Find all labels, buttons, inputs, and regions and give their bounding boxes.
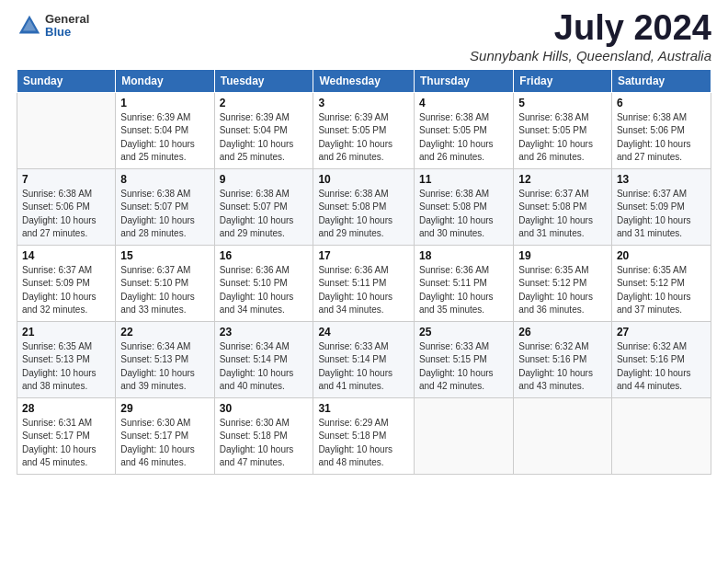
daylight-text: Daylight: 10 hours (318, 291, 409, 304)
daylight-text: Daylight: 10 hours (220, 138, 309, 152)
day-info: Sunrise: 6:31 AMSunset: 5:17 PMDaylight:… (22, 417, 110, 470)
sunset-text: Sunset: 5:07 PM (220, 201, 309, 214)
sunset-text: Sunset: 5:06 PM (617, 124, 706, 138)
daylight-text-2: and 26 minutes. (419, 151, 508, 165)
day-info: Sunrise: 6:30 AMSunset: 5:18 PMDaylight:… (220, 417, 309, 470)
calendar-cell: 8Sunrise: 6:38 AMSunset: 5:07 PMDaylight… (116, 168, 214, 245)
sunrise-text: Sunrise: 6:38 AM (518, 111, 607, 125)
week-row-3: 14Sunrise: 6:37 AMSunset: 5:09 PMDayligh… (17, 245, 711, 321)
week-row-4: 21Sunrise: 6:35 AMSunset: 5:13 PMDayligh… (17, 321, 711, 397)
calendar-cell: 13Sunrise: 6:37 AMSunset: 5:09 PMDayligh… (611, 168, 711, 245)
calendar-cell: 5Sunrise: 6:38 AMSunset: 5:05 PMDaylight… (514, 92, 612, 168)
daylight-text-2: and 31 minutes. (518, 227, 607, 241)
daylight-text: Daylight: 10 hours (518, 291, 607, 304)
daylight-text-2: and 44 minutes. (617, 380, 706, 394)
sunset-text: Sunset: 5:18 PM (220, 430, 309, 443)
day-number: 7 (22, 173, 110, 186)
calendar-cell: 12Sunrise: 6:37 AMSunset: 5:08 PMDayligh… (514, 168, 612, 245)
day-info: Sunrise: 6:38 AMSunset: 5:06 PMDaylight:… (22, 188, 110, 241)
calendar-cell (611, 397, 711, 474)
day-header-tuesday: Tuesday (214, 69, 313, 92)
daylight-text: Daylight: 10 hours (518, 214, 607, 228)
daylight-text: Daylight: 10 hours (318, 214, 409, 228)
daylight-text-2: and 42 minutes. (419, 380, 508, 394)
sunset-text: Sunset: 5:11 PM (419, 277, 508, 291)
daylight-text: Daylight: 10 hours (617, 367, 706, 381)
sunrise-text: Sunrise: 6:38 AM (120, 188, 209, 201)
daylight-text-2: and 30 minutes. (419, 227, 508, 241)
day-header-thursday: Thursday (414, 69, 513, 92)
main-title: July 2024 (470, 9, 711, 48)
day-info: Sunrise: 6:39 AMSunset: 5:04 PMDaylight:… (120, 111, 209, 165)
sunset-text: Sunset: 5:13 PM (22, 353, 110, 367)
day-info: Sunrise: 6:30 AMSunset: 5:17 PMDaylight:… (120, 417, 209, 470)
daylight-text: Daylight: 10 hours (318, 367, 409, 381)
day-number: 1 (120, 97, 209, 109)
day-info: Sunrise: 6:37 AMSunset: 5:09 PMDaylight:… (617, 188, 706, 241)
calendar-cell: 31Sunrise: 6:29 AMSunset: 5:18 PMDayligh… (313, 397, 415, 474)
day-number: 25 (419, 326, 508, 339)
calendar-cell: 3Sunrise: 6:39 AMSunset: 5:05 PMDaylight… (313, 92, 415, 168)
calendar-cell: 17Sunrise: 6:36 AMSunset: 5:11 PMDayligh… (313, 245, 415, 321)
sunrise-text: Sunrise: 6:37 AM (617, 188, 706, 201)
sunrise-text: Sunrise: 6:30 AM (120, 417, 209, 431)
daylight-text: Daylight: 10 hours (120, 367, 209, 381)
sunset-text: Sunset: 5:15 PM (419, 353, 508, 367)
day-info: Sunrise: 6:39 AMSunset: 5:04 PMDaylight:… (220, 111, 309, 165)
daylight-text: Daylight: 10 hours (120, 214, 209, 228)
day-info: Sunrise: 6:34 AMSunset: 5:14 PMDaylight:… (220, 340, 309, 394)
calendar-cell: 22Sunrise: 6:34 AMSunset: 5:13 PMDayligh… (116, 321, 214, 397)
daylight-text: Daylight: 10 hours (419, 138, 508, 152)
daylight-text-2: and 39 minutes. (120, 380, 209, 394)
day-number: 22 (120, 326, 209, 339)
day-number: 24 (318, 326, 409, 339)
week-row-1: 1Sunrise: 6:39 AMSunset: 5:04 PMDaylight… (17, 92, 711, 168)
calendar-cell: 15Sunrise: 6:37 AMSunset: 5:10 PMDayligh… (116, 245, 214, 321)
daylight-text: Daylight: 10 hours (120, 291, 209, 304)
sunset-text: Sunset: 5:13 PM (120, 353, 209, 367)
daylight-text-2: and 40 minutes. (220, 380, 309, 394)
calendar-cell (17, 92, 116, 168)
sunrise-text: Sunrise: 6:30 AM (220, 417, 309, 431)
sunset-text: Sunset: 5:10 PM (120, 277, 209, 291)
header: General Blue July 2024 Sunnybank Hills, … (17, 9, 711, 63)
subtitle: Sunnybank Hills, Queensland, Australia (470, 48, 711, 63)
sunset-text: Sunset: 5:07 PM (120, 201, 209, 214)
day-number: 14 (22, 249, 110, 262)
daylight-text-2: and 41 minutes. (318, 380, 409, 394)
title-block: July 2024 Sunnybank Hills, Queensland, A… (470, 9, 711, 63)
calendar-cell: 26Sunrise: 6:32 AMSunset: 5:16 PMDayligh… (514, 321, 612, 397)
calendar-cell: 19Sunrise: 6:35 AMSunset: 5:12 PMDayligh… (514, 245, 612, 321)
daylight-text: Daylight: 10 hours (220, 367, 309, 381)
calendar-cell: 2Sunrise: 6:39 AMSunset: 5:04 PMDaylight… (214, 92, 313, 168)
sunset-text: Sunset: 5:08 PM (318, 201, 409, 214)
calendar-header: SundayMondayTuesdayWednesdayThursdayFrid… (17, 69, 711, 92)
day-header-sunday: Sunday (17, 69, 116, 92)
sunrise-text: Sunrise: 6:34 AM (220, 340, 309, 354)
day-number: 23 (220, 326, 309, 339)
day-info: Sunrise: 6:38 AMSunset: 5:07 PMDaylight:… (120, 188, 209, 241)
daylight-text: Daylight: 10 hours (22, 291, 110, 304)
daylight-text-2: and 43 minutes. (518, 380, 607, 394)
daylight-text: Daylight: 10 hours (318, 443, 409, 457)
sunset-text: Sunset: 5:04 PM (120, 124, 209, 138)
sunrise-text: Sunrise: 6:38 AM (419, 111, 508, 125)
sunset-text: Sunset: 5:16 PM (617, 353, 706, 367)
sunset-text: Sunset: 5:10 PM (220, 277, 309, 291)
daylight-text: Daylight: 10 hours (518, 367, 607, 381)
daylight-text: Daylight: 10 hours (617, 138, 706, 152)
sunrise-text: Sunrise: 6:34 AM (120, 340, 209, 354)
calendar-cell: 6Sunrise: 6:38 AMSunset: 5:06 PMDaylight… (611, 92, 711, 168)
sunrise-text: Sunrise: 6:33 AM (419, 340, 508, 354)
sunrise-text: Sunrise: 6:31 AM (22, 417, 110, 431)
daylight-text: Daylight: 10 hours (419, 367, 508, 381)
day-number: 19 (518, 249, 607, 262)
daylight-text: Daylight: 10 hours (318, 138, 409, 152)
calendar-cell: 30Sunrise: 6:30 AMSunset: 5:18 PMDayligh… (214, 397, 313, 474)
sunrise-text: Sunrise: 6:35 AM (617, 264, 706, 278)
week-row-2: 7Sunrise: 6:38 AMSunset: 5:06 PMDaylight… (17, 168, 711, 245)
daylight-text: Daylight: 10 hours (220, 443, 309, 457)
sunset-text: Sunset: 5:08 PM (518, 201, 607, 214)
sunrise-text: Sunrise: 6:37 AM (120, 264, 209, 278)
sunrise-text: Sunrise: 6:32 AM (617, 340, 706, 354)
